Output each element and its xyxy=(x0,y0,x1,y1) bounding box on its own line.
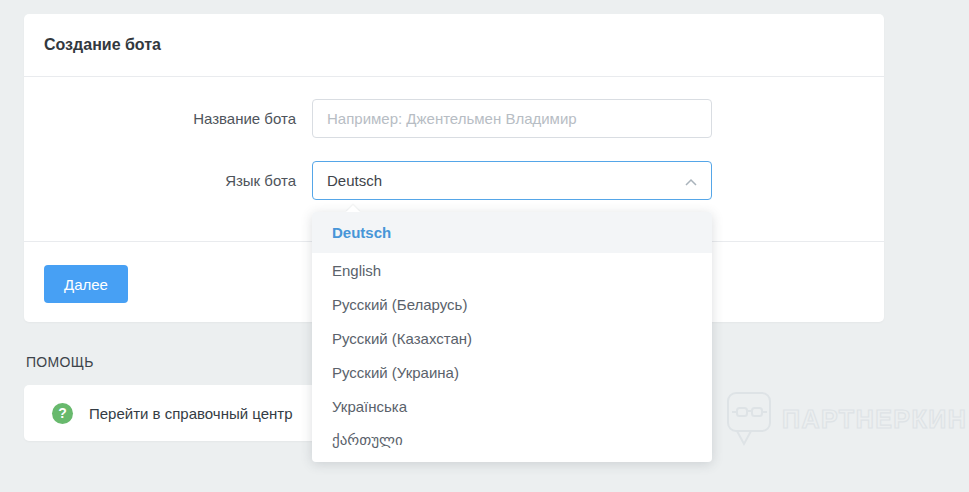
bot-name-input[interactable] xyxy=(312,99,712,138)
bot-language-label: Язык бота xyxy=(24,161,296,200)
watermark-text: ПАРТНЕРКИН xyxy=(782,405,967,434)
language-option-ukrainian[interactable]: Українська xyxy=(312,389,712,423)
language-option-russian-ukraine[interactable]: Русский (Украина) xyxy=(312,355,712,389)
language-option-english[interactable]: English xyxy=(312,253,712,287)
bot-name-label: Название бота xyxy=(24,99,296,138)
language-option-georgian[interactable]: ქართული xyxy=(312,423,712,457)
bot-language-select[interactable]: Deutsch xyxy=(312,161,712,200)
next-button[interactable]: Далее xyxy=(44,265,128,303)
watermark: ПАРТНЕРКИН xyxy=(726,388,946,450)
chevron-up-icon xyxy=(685,178,697,186)
help-section-title: ПОМОЩЬ xyxy=(26,354,94,370)
language-option-deutsch[interactable]: Deutsch xyxy=(312,212,712,253)
bot-creation-page: Создание бота Название бота Язык бота De… xyxy=(0,0,969,492)
bot-language-selected-value: Deutsch xyxy=(327,172,382,189)
language-option-russian-belarus[interactable]: Русский (Беларусь) xyxy=(312,287,712,321)
language-dropdown: Deutsch English Русский (Беларусь) Русск… xyxy=(312,212,712,462)
language-option-russian-kazakhstan[interactable]: Русский (Казахстан) xyxy=(312,321,712,355)
page-title: Создание бота xyxy=(44,36,161,54)
speech-bubble-glasses-logo-icon xyxy=(726,390,772,448)
help-link-text: Перейти в справочный центр xyxy=(89,405,293,422)
card-header: Создание бота xyxy=(24,14,884,77)
question-circle-icon: ? xyxy=(52,403,73,424)
